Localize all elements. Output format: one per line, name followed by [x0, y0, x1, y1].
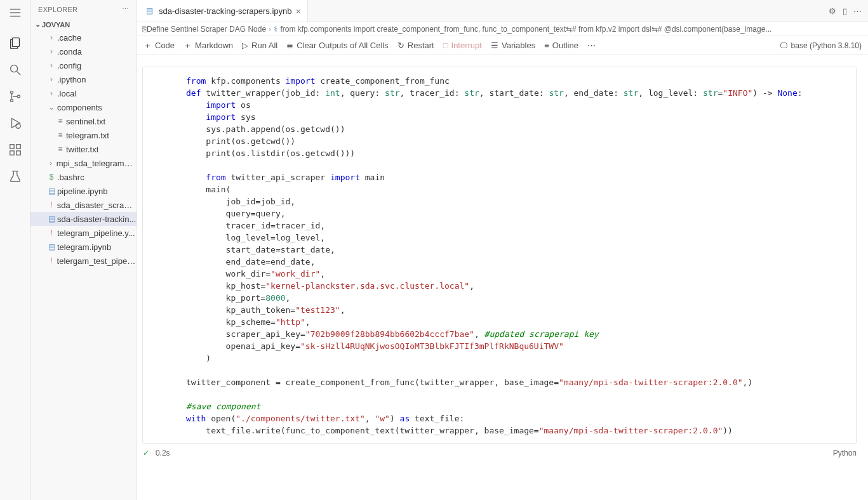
- extensions-icon[interactable]: [8, 142, 23, 157]
- breadcrumb[interactable]: ⎘ Define Sentinel Scraper DAG Node › ⚕ f…: [137, 22, 868, 36]
- gear-icon[interactable]: ⚙: [829, 6, 836, 16]
- file-item-15[interactable]: ▤telegram.ipynb: [30, 240, 137, 254]
- check-icon: ✓: [143, 449, 149, 457]
- activity-bar: [0, 0, 30, 500]
- chevron-down-icon: ⌄: [33, 20, 42, 29]
- add-code-button[interactable]: ＋Code: [144, 40, 175, 51]
- code-content[interactable]: from kfp.components import create_compon…: [186, 75, 846, 437]
- more-actions[interactable]: ⋯: [587, 41, 596, 50]
- svg-point-8: [17, 95, 20, 98]
- kernel-picker[interactable]: 🖵 base (Python 3.8.10): [780, 41, 862, 50]
- more-icon[interactable]: ⋯: [122, 5, 129, 13]
- file-item-14[interactable]: !telegram_pipeline.y...: [30, 226, 137, 240]
- cell-language[interactable]: Python: [833, 449, 857, 457]
- play-all-icon: ▷: [242, 41, 248, 50]
- txt-icon: ≡: [55, 117, 66, 126]
- menu-icon[interactable]: [8, 5, 23, 20]
- variables-button[interactable]: ☰Variables: [491, 41, 535, 50]
- file-label: components: [57, 103, 102, 112]
- svg-line-5: [17, 72, 20, 76]
- git-icon[interactable]: [8, 89, 23, 104]
- folder-icon: ›: [46, 75, 57, 84]
- file-label: .conda: [57, 47, 82, 56]
- restart-icon: ↻: [397, 41, 404, 50]
- file-item-8[interactable]: ≡twitter.txt: [30, 142, 137, 156]
- breadcrumb-node2[interactable]: from kfp.components import create_compon…: [280, 25, 771, 34]
- notebook-area[interactable]: from kfp.components import create_compon…: [137, 55, 868, 500]
- sidebar: EXPLORER ⋯ ⌄ JOVYAN ›.cache›.conda›.conf…: [30, 0, 137, 500]
- file-label: .bashrc: [57, 173, 84, 182]
- yaml-icon: !: [46, 228, 57, 237]
- close-icon[interactable]: ×: [296, 6, 302, 16]
- plus-icon: ＋: [144, 40, 152, 51]
- txt-icon: ≡: [55, 131, 66, 140]
- breadcrumb-node1[interactable]: Define Sentinel Scraper DAG Node: [147, 25, 266, 34]
- file-label: .cache: [57, 33, 81, 43]
- svg-rect-12: [10, 151, 13, 155]
- file-item-12[interactable]: !sda_disaster_scrapi...: [30, 198, 137, 212]
- clear-outputs-button[interactable]: ≣Clear Outputs of All Cells: [286, 41, 389, 50]
- nb-icon: ▤: [46, 214, 57, 223]
- file-tree: ›.cache›.conda›.config›.ipython›.local⌄c…: [30, 30, 137, 268]
- clear-icon: ≣: [286, 41, 293, 50]
- file-label: sda-disaster-trackin...: [57, 214, 136, 224]
- server-icon: 🖵: [780, 41, 787, 50]
- chevron-right-icon: ›: [269, 25, 271, 34]
- tab-actions: ⚙ ▯ ⋯: [822, 0, 868, 22]
- restart-button[interactable]: ↻Restart: [397, 41, 434, 50]
- cell-gutter: [143, 67, 176, 443]
- svg-rect-11: [10, 145, 13, 148]
- file-label: twitter.txt: [66, 145, 98, 154]
- run-all-button[interactable]: ▷Run All: [242, 41, 277, 50]
- notebook-toolbar: ＋Code ＋Markdown ▷Run All ≣Clear Outputs …: [137, 36, 868, 55]
- file-label: sentinel.txt: [66, 117, 105, 126]
- cell-status-bar: [14] ✓ 0.2s Python: [142, 449, 857, 457]
- file-item-0[interactable]: ›.cache: [30, 30, 137, 44]
- yaml-icon: !: [46, 201, 57, 209]
- file-item-16[interactable]: !telergam_test_pipeli...: [30, 254, 137, 268]
- folder-icon: ›: [46, 33, 57, 42]
- file-label: telegram_pipeline.y...: [57, 228, 135, 238]
- nb-icon: ▤: [46, 187, 57, 195]
- file-item-10[interactable]: $.bashrc: [30, 170, 137, 184]
- file-label: telegram.txt: [66, 131, 109, 140]
- more-icon[interactable]: ⋯: [853, 6, 862, 16]
- file-item-11[interactable]: ▤pipeline.ipynb: [30, 184, 137, 198]
- file-item-3[interactable]: ›.ipython: [30, 72, 137, 86]
- file-item-4[interactable]: ›.local: [30, 86, 137, 100]
- python-icon: ⚕: [274, 25, 278, 34]
- cell-body[interactable]: from kfp.components import create_compon…: [176, 67, 856, 443]
- file-item-13[interactable]: ▤sda-disaster-trackin...: [30, 212, 137, 226]
- file-label: .local: [57, 89, 76, 98]
- sidebar-section[interactable]: ⌄ JOVYAN: [30, 18, 137, 30]
- layout-icon[interactable]: ▯: [843, 6, 847, 16]
- beaker-icon[interactable]: [8, 169, 23, 184]
- interrupt-button[interactable]: □Interrupt: [443, 41, 482, 50]
- file-item-1[interactable]: ›.conda: [30, 44, 137, 58]
- variables-icon: ☰: [491, 41, 498, 50]
- file-item-6[interactable]: ≡sentinel.txt: [30, 114, 137, 128]
- folder-open-icon: ⌄: [46, 103, 57, 112]
- svg-rect-13: [16, 151, 20, 155]
- svg-point-6: [10, 91, 13, 94]
- add-markdown-button[interactable]: ＋Markdown: [184, 40, 233, 51]
- tab-bar: ▤ sda-disaster-tracking-scrapers.ipynb ×…: [137, 0, 868, 22]
- file-item-9[interactable]: ›mpi_sda_telegram_s...: [30, 156, 137, 170]
- file-item-5[interactable]: ⌄components: [30, 100, 137, 114]
- file-label: telergam_test_pipeli...: [57, 256, 137, 266]
- explorer-title: EXPLORER: [38, 6, 77, 13]
- tab-active[interactable]: ▤ sda-disaster-tracking-scrapers.ipynb ×: [137, 0, 308, 22]
- execution-time: 0.2s: [156, 449, 170, 457]
- explorer-icon[interactable]: [8, 36, 23, 51]
- file-item-7[interactable]: ≡telegram.txt: [30, 128, 137, 142]
- txt-icon: ≡: [55, 145, 66, 154]
- file-label: .ipython: [57, 75, 86, 84]
- main-pane: ▤ sda-disaster-tracking-scrapers.ipynb ×…: [137, 0, 868, 500]
- search-icon[interactable]: [8, 62, 23, 77]
- cell[interactable]: from kfp.components import create_compon…: [142, 67, 857, 444]
- file-item-2[interactable]: ›.config: [30, 58, 137, 72]
- file-label: .config: [57, 61, 81, 70]
- file-label: pipeline.ipynb: [57, 187, 108, 196]
- outline-button[interactable]: ≡Outline: [544, 41, 578, 50]
- run-icon[interactable]: [8, 115, 23, 131]
